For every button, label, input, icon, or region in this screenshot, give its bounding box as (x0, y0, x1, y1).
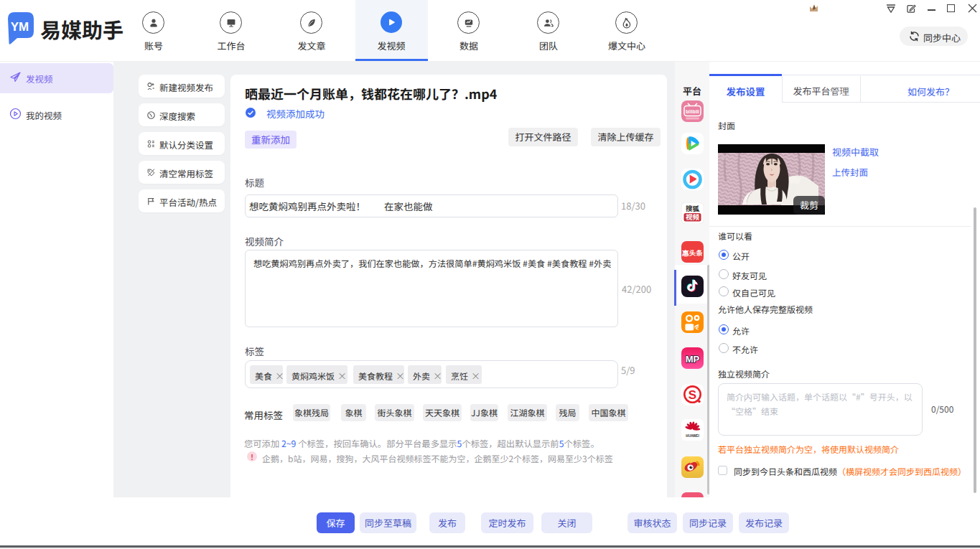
svg-text:视频: 视频 (686, 212, 700, 222)
svg-text:惠头条: 惠头条 (681, 248, 703, 258)
svg-text:HUAWEI: HUAWEI (686, 434, 699, 438)
svg-text:bilibili: bilibili (686, 109, 699, 114)
svg-text:G: G (694, 325, 699, 332)
svg-text:YM: YM (11, 20, 29, 34)
svg-text:S: S (689, 388, 696, 402)
svg-text:MP: MP (686, 354, 700, 365)
svg-text:晒: 晒 (722, 154, 727, 161)
